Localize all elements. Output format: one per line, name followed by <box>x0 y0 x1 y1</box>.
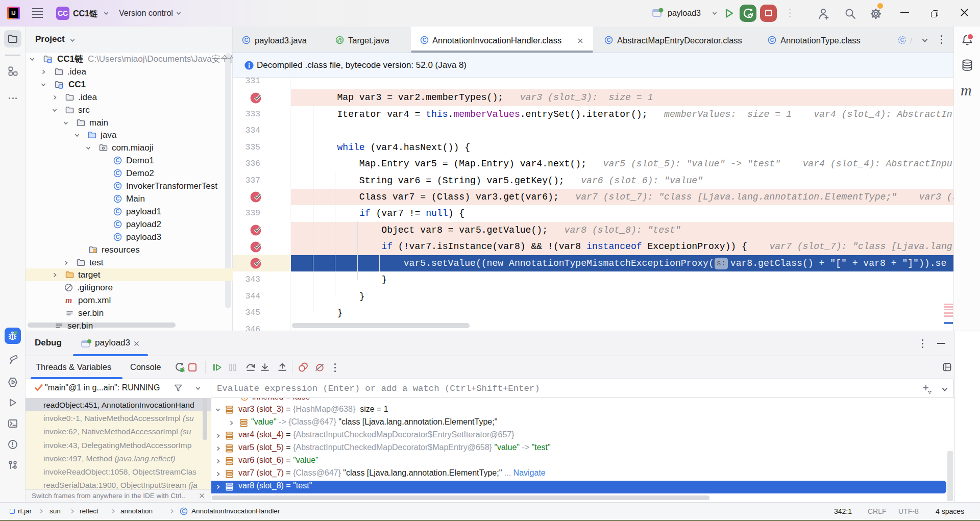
svg-text:C: C <box>182 509 185 514</box>
svg-text:C: C <box>116 157 120 163</box>
svg-text:C: C <box>116 234 120 240</box>
svg-text:C: C <box>244 37 249 43</box>
svg-text:C: C <box>116 208 120 214</box>
svg-text:C: C <box>900 37 904 43</box>
svg-text:C: C <box>116 195 120 202</box>
svg-text:@: @ <box>337 37 343 43</box>
svg-text:C: C <box>116 221 120 227</box>
svg-text:C: C <box>607 37 611 43</box>
svg-text:C: C <box>116 183 120 189</box>
svg-text:C: C <box>116 170 120 176</box>
svg-text:C: C <box>423 37 427 43</box>
svg-text:C: C <box>770 37 774 43</box>
